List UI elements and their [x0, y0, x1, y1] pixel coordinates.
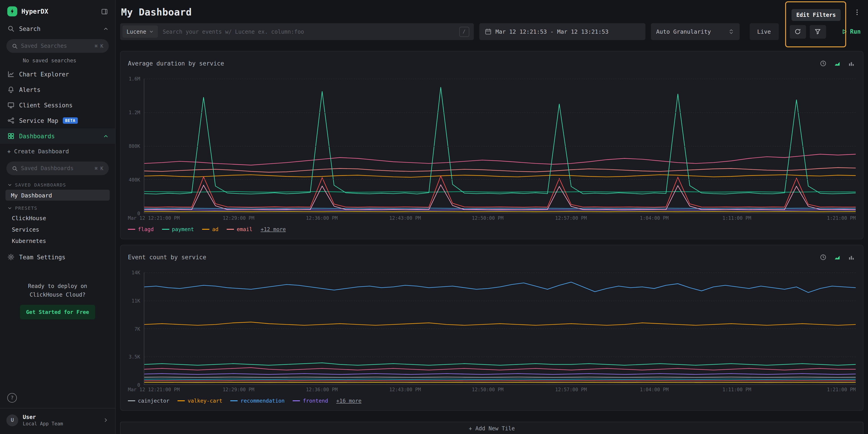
- presets-section-header[interactable]: PRESETS: [0, 201, 115, 212]
- y-tick-label: 1.6M: [129, 76, 140, 81]
- line-chart-toggle-button[interactable]: [833, 59, 842, 68]
- legend-item-flagd[interactable]: flagd: [128, 226, 154, 232]
- x-tick-label: 1:11:00 PM: [722, 215, 751, 221]
- bar-chart-toggle-button[interactable]: [847, 59, 856, 68]
- legend-more-link[interactable]: +16 more: [336, 398, 362, 404]
- legend-item-email[interactable]: email: [227, 226, 252, 232]
- granularity-select[interactable]: Auto Granularity: [651, 23, 739, 40]
- date-range-picker[interactable]: Mar 12 12:21:53 - Mar 12 13:21:53: [479, 23, 645, 40]
- chart-canvas: [144, 272, 856, 385]
- chevron-up-icon: [103, 133, 109, 139]
- sidebar-item-search[interactable]: Search: [0, 21, 115, 36]
- legend-label: frontend: [303, 398, 328, 404]
- user-name: User: [23, 414, 98, 421]
- sidebar-item-kubernetes[interactable]: Kubernetes: [0, 235, 115, 246]
- legend-item-payment[interactable]: payment: [162, 226, 194, 232]
- app-window: HyperDX Search Saved Searches ⌘ K No sav…: [0, 0, 868, 434]
- user-menu[interactable]: U User Local App Team: [0, 408, 115, 434]
- sidebar-item-service-map[interactable]: Service Map BETA: [0, 113, 115, 128]
- legend-more-link[interactable]: +12 more: [260, 226, 286, 232]
- panel-header: Average duration by service: [128, 58, 856, 69]
- add-new-tile-button[interactable]: + Add New Tile: [120, 422, 863, 434]
- series-line-email: [144, 168, 856, 172]
- line-chart-toggle-button[interactable]: [833, 253, 842, 261]
- legend-item-frontend[interactable]: frontend: [293, 398, 328, 404]
- edit-filters-button[interactable]: [809, 25, 826, 38]
- chevron-down-icon: [149, 29, 154, 34]
- run-button[interactable]: Run: [838, 26, 863, 37]
- y-tick-label: 400K: [129, 177, 140, 182]
- x-tick-label: 1:04:00 PM: [640, 387, 669, 392]
- saved-dashboards-section-header[interactable]: SAVED DASHBOARDS: [0, 178, 115, 189]
- chart-canvas: [144, 79, 856, 213]
- zap-icon: [9, 8, 16, 14]
- filter-bar: Lucene Search your events w/ Lucene ex. …: [120, 23, 863, 40]
- search-icon: [7, 25, 14, 32]
- bar-chart-icon: [848, 60, 855, 67]
- legend-item-valkey-cart[interactable]: valkey-cart: [178, 398, 222, 404]
- sidebar-item-label: Service Map: [19, 117, 58, 124]
- create-dashboard-button[interactable]: + Create Dashboard: [0, 144, 115, 159]
- x-tick-label: 1:21:00 PM: [827, 387, 856, 392]
- series-line-other-1: [144, 192, 856, 192]
- sidebar-collapse-button[interactable]: [100, 7, 109, 16]
- series-line-ad: [144, 175, 856, 177]
- chevron-right-icon: [103, 418, 109, 423]
- sidebar-item-dashboards[interactable]: Dashboards: [0, 128, 115, 144]
- x-tick-label: 1:21:00 PM: [827, 215, 856, 221]
- time-settings-button[interactable]: [819, 59, 828, 68]
- main-content: My Dashboard Lucene Search your events w…: [116, 0, 868, 434]
- no-saved-searches-text: No saved searches: [0, 56, 115, 66]
- run-label: Run: [850, 28, 861, 35]
- plot-wrapper: 14K11K7K3.5K0: [144, 272, 856, 385]
- live-button[interactable]: Live: [749, 23, 779, 40]
- legend-item-ad[interactable]: ad: [202, 226, 218, 232]
- cloud-promo-text: Ready to deploy on ClickHouse Cloud?: [0, 282, 115, 299]
- more-menu-button[interactable]: [851, 7, 863, 18]
- legend-item-cainjector[interactable]: cainjector: [128, 398, 169, 404]
- chart-title: Average duration by service: [128, 60, 224, 67]
- x-tick-label: 12:29:00 PM: [223, 387, 254, 392]
- chart-plot-area[interactable]: [144, 79, 856, 213]
- legend-item-recommendation[interactable]: recommendation: [230, 398, 285, 404]
- bar-chart-toggle-button[interactable]: [847, 253, 856, 261]
- sidebar-item-services[interactable]: Services: [0, 224, 115, 235]
- legend-label: payment: [172, 226, 194, 232]
- sidebar-item-label: Chart Explorer: [19, 71, 69, 77]
- series-line-other-1: [144, 363, 856, 365]
- sidebar-item-my-dashboard[interactable]: My Dashboard: [5, 190, 110, 201]
- clock-icon: [820, 254, 827, 261]
- logo-row: HyperDX: [0, 0, 115, 21]
- dots-vertical-icon: [854, 9, 861, 16]
- sidebar-item-team-settings[interactable]: Team Settings: [0, 249, 115, 265]
- series-line-frontend: [144, 374, 856, 374]
- language-select[interactable]: Lucene: [122, 26, 158, 38]
- refresh-button[interactable]: [789, 25, 806, 38]
- series-line-payment: [144, 87, 856, 194]
- saved-dashboards-input[interactable]: Saved Dashboards ⌘ K: [6, 162, 109, 175]
- x-tick-label: 12:43:00 PM: [389, 215, 421, 221]
- y-tick-label: 7K: [134, 326, 140, 331]
- x-tick-label: 12:50:00 PM: [472, 215, 503, 221]
- legend-label: ad: [212, 226, 218, 232]
- query-input[interactable]: Lucene Search your events w/ Lucene ex. …: [120, 23, 474, 40]
- panel-header: Event count by service: [128, 252, 856, 263]
- chart-explorer-icon: [7, 70, 14, 78]
- sidebar-item-chart-explorer[interactable]: Chart Explorer: [0, 66, 115, 82]
- chevron-down-icon: [7, 206, 12, 211]
- series-line-other-6: [144, 185, 856, 209]
- sidebar-item-alerts[interactable]: Alerts: [0, 82, 115, 97]
- chart-plot-area[interactable]: [144, 272, 856, 385]
- legend-swatch: [128, 229, 135, 230]
- get-started-button[interactable]: Get Started for Free: [20, 305, 95, 320]
- page-title: My Dashboard: [121, 7, 192, 18]
- beta-badge: BETA: [63, 118, 78, 124]
- sidebar-item-client-sessions[interactable]: Client Sessions: [0, 97, 115, 113]
- help-button[interactable]: ?: [7, 393, 17, 403]
- live-label: Live: [757, 28, 771, 35]
- panel-actions: [819, 59, 856, 68]
- saved-searches-input[interactable]: Saved Searches ⌘ K: [6, 39, 109, 53]
- legend-swatch: [202, 229, 209, 230]
- sidebar-item-clickhouse[interactable]: ClickHouse: [0, 212, 115, 224]
- time-settings-button[interactable]: [819, 253, 828, 261]
